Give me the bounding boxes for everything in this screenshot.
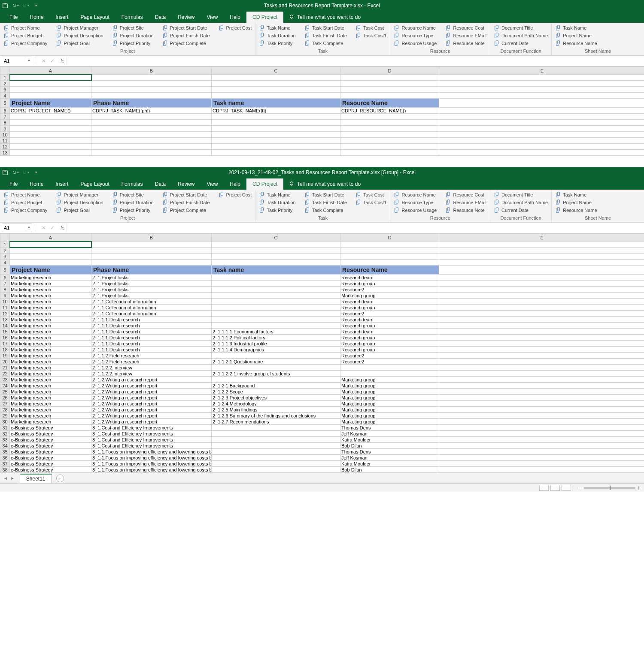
cell[interactable] xyxy=(212,120,340,126)
row-header[interactable]: 33 xyxy=(0,437,10,443)
ribbon-button[interactable]: Task Start Date xyxy=(304,191,348,198)
cell[interactable] xyxy=(212,114,340,120)
cell[interactable]: 2_1.1.1.Desk research xyxy=(91,347,212,353)
cell[interactable] xyxy=(439,254,644,260)
cell[interactable] xyxy=(212,144,340,150)
redo-icon[interactable]: ▾ xyxy=(22,2,29,9)
menu-tab[interactable]: View xyxy=(201,12,224,23)
cell[interactable]: 2_1.Project tasks xyxy=(91,275,212,281)
cell[interactable]: Marketing research xyxy=(10,305,91,311)
cell[interactable]: 2_1.2.4.Methodology xyxy=(212,401,340,407)
ribbon-button[interactable]: Task Duration xyxy=(258,199,296,206)
ribbon-button[interactable]: Resource Usage xyxy=(393,40,437,47)
row-header[interactable]: 9 xyxy=(0,293,10,299)
cell[interactable] xyxy=(340,138,439,144)
ribbon-button[interactable]: Current Date xyxy=(493,207,549,214)
cell[interactable] xyxy=(212,93,340,99)
cell[interactable] xyxy=(10,87,91,93)
cell[interactable]: Marketing research xyxy=(10,329,91,335)
zoom-out-icon[interactable]: − xyxy=(579,484,582,491)
ribbon-button[interactable]: Resource Name xyxy=(554,207,598,214)
row-header[interactable]: 4 xyxy=(0,93,10,99)
sheet-nav-prev-icon[interactable]: ◄ xyxy=(3,476,8,481)
cell[interactable]: Marketing group xyxy=(340,419,439,425)
cell[interactable] xyxy=(212,449,340,455)
menu-tab[interactable]: Review xyxy=(172,12,200,23)
cell[interactable]: Bob Dilan xyxy=(340,467,439,473)
ribbon-button[interactable]: Project Finish Date xyxy=(161,199,211,206)
cell[interactable]: Marketing research xyxy=(10,323,91,329)
cell[interactable] xyxy=(91,138,212,144)
sheet-tab[interactable]: Sheet11 xyxy=(20,474,52,483)
cell[interactable]: 2_1.1.1.Desk research xyxy=(91,335,212,341)
menu-tab[interactable]: Home xyxy=(24,12,49,23)
cell[interactable]: Marketing research xyxy=(10,353,91,359)
cell[interactable] xyxy=(439,341,644,347)
cell[interactable]: Thomas Dens xyxy=(340,425,439,431)
cell[interactable] xyxy=(212,248,340,254)
cell[interactable]: Marketing research xyxy=(10,371,91,377)
cell[interactable] xyxy=(439,329,644,335)
column-header[interactable]: E xyxy=(439,67,644,75)
cell[interactable] xyxy=(439,419,644,425)
cell[interactable] xyxy=(212,443,340,449)
cell[interactable]: Project Name xyxy=(10,266,91,275)
cell[interactable] xyxy=(10,120,91,126)
ribbon-button[interactable]: Task Name xyxy=(258,24,296,31)
cell[interactable] xyxy=(212,254,340,260)
ribbon-button[interactable]: Project Priority xyxy=(111,40,155,47)
ribbon-button[interactable]: Project Company xyxy=(3,207,48,214)
cell[interactable]: Marketing research xyxy=(10,335,91,341)
cell[interactable] xyxy=(212,311,340,317)
ribbon-button[interactable]: Project Name xyxy=(554,199,598,206)
cell[interactable]: 2_1.2.Writing a research report xyxy=(91,389,212,395)
cell[interactable] xyxy=(439,144,644,150)
cell[interactable] xyxy=(91,126,212,132)
cell[interactable] xyxy=(439,383,644,389)
cell[interactable] xyxy=(91,144,212,150)
cell[interactable]: Marketing group xyxy=(340,413,439,419)
cell[interactable] xyxy=(439,323,644,329)
row-header[interactable]: 27 xyxy=(0,401,10,407)
cell[interactable] xyxy=(439,260,644,266)
cell[interactable]: Marketing research xyxy=(10,377,91,383)
cell[interactable] xyxy=(10,242,91,248)
menu-tab[interactable]: Data xyxy=(149,12,172,23)
ribbon-button[interactable]: Task Cost1 xyxy=(355,199,387,206)
cell[interactable] xyxy=(439,87,644,93)
cell[interactable] xyxy=(212,275,340,281)
zoom-in-icon[interactable]: + xyxy=(637,484,641,491)
cell[interactable] xyxy=(439,317,644,323)
cell[interactable]: Research team xyxy=(340,329,439,335)
cell[interactable]: 3_1.1.Focus on improving efficiency and … xyxy=(91,467,212,473)
cell[interactable] xyxy=(212,437,340,443)
column-header[interactable]: D xyxy=(340,234,439,242)
cell[interactable] xyxy=(212,132,340,138)
cell[interactable] xyxy=(212,242,340,248)
cell[interactable]: 2_1.2.6.Summary of the findings and conc… xyxy=(212,413,340,419)
ribbon-button[interactable]: Project Site xyxy=(111,24,155,31)
cell[interactable] xyxy=(439,413,644,419)
ribbon-button[interactable]: Task Complete xyxy=(304,207,348,214)
row-header[interactable]: 19 xyxy=(0,353,10,359)
menu-tab[interactable]: Page Layout xyxy=(74,178,115,190)
cell[interactable] xyxy=(91,120,212,126)
ribbon-button[interactable]: Resource Type xyxy=(393,199,437,206)
cell[interactable] xyxy=(340,75,439,81)
cell[interactable]: Marketing research xyxy=(10,281,91,287)
column-header[interactable]: C xyxy=(212,234,340,242)
row-header[interactable]: 5 xyxy=(0,99,10,108)
cell[interactable] xyxy=(212,260,340,266)
cell[interactable]: Research team xyxy=(340,299,439,305)
row-header[interactable]: 12 xyxy=(0,311,10,317)
ribbon-button[interactable]: Project Complete xyxy=(161,207,211,214)
ribbon-button[interactable]: Project Name xyxy=(554,32,598,39)
cell[interactable] xyxy=(439,138,644,144)
row-header[interactable]: 6 xyxy=(0,108,10,114)
cell[interactable] xyxy=(91,150,212,156)
ribbon-button[interactable]: Project Manager xyxy=(55,191,104,198)
menu-tab[interactable]: View xyxy=(201,178,224,190)
cell[interactable] xyxy=(340,87,439,93)
cell[interactable]: e-Business Strategy xyxy=(10,443,91,449)
ribbon-button[interactable]: Task Finish Date xyxy=(304,199,348,206)
